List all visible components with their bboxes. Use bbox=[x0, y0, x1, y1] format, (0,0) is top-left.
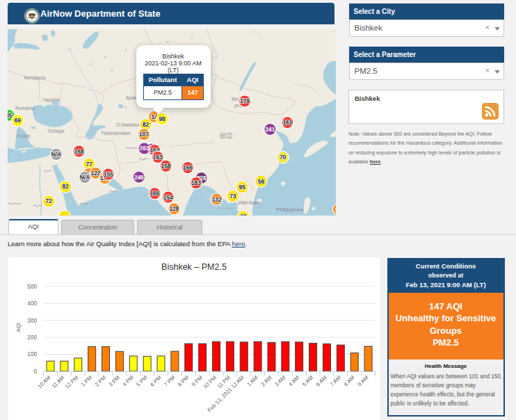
svg-text:2 PM: 2 PM bbox=[94, 374, 107, 387]
svg-text:7 AM: 7 AM bbox=[329, 374, 342, 387]
svg-text:3 PM: 3 PM bbox=[108, 374, 121, 387]
svg-text:161: 161 bbox=[282, 119, 292, 126]
svg-text:300: 300 bbox=[27, 317, 37, 323]
svg-text:1 AM: 1 AM bbox=[246, 374, 259, 387]
svg-text:400: 400 bbox=[27, 300, 37, 307]
svg-text:Україна: Україна bbox=[42, 97, 60, 103]
svg-text:3 AM: 3 AM bbox=[273, 374, 287, 387]
svg-text:Việt Nam: Việt Nam bbox=[238, 200, 261, 206]
svg-text:82: 82 bbox=[62, 183, 69, 190]
svg-text:Romania: Romania bbox=[15, 106, 35, 111]
svg-text:200: 200 bbox=[27, 334, 37, 340]
svg-text:163: 163 bbox=[153, 154, 163, 161]
svg-text:Oʼzbekiston: Oʼzbekiston bbox=[116, 122, 142, 127]
svg-text:1 PM: 1 PM bbox=[80, 374, 93, 387]
svg-text:73: 73 bbox=[229, 193, 236, 200]
svg-text:98: 98 bbox=[159, 115, 166, 122]
svg-text:10 PM: 10 PM bbox=[202, 374, 218, 389]
svg-text:241: 241 bbox=[265, 126, 275, 133]
svg-text:107: 107 bbox=[139, 131, 149, 138]
svg-text:69: 69 bbox=[240, 213, 247, 216]
svg-text:0: 0 bbox=[33, 368, 37, 374]
svg-text:AQI: AQI bbox=[15, 323, 22, 332]
svg-text:6 PM: 6 PM bbox=[149, 374, 162, 387]
svg-text:179: 179 bbox=[240, 97, 250, 104]
svg-text:69: 69 bbox=[15, 117, 22, 124]
svg-text:7 PM: 7 PM bbox=[163, 374, 176, 387]
svg-text:168: 168 bbox=[74, 148, 84, 155]
svg-text:183: 183 bbox=[191, 179, 201, 186]
svg-text:12 PM: 12 PM bbox=[64, 374, 79, 389]
svg-text:500: 500 bbox=[27, 283, 37, 289]
svg-text:77: 77 bbox=[86, 161, 92, 168]
svg-text:5 PM: 5 PM bbox=[135, 374, 148, 387]
svg-text:246: 246 bbox=[134, 174, 144, 181]
svg-text:Türkiye: Türkiye bbox=[47, 128, 65, 134]
svg-text:11 AM: 11 AM bbox=[51, 374, 66, 389]
svg-text:2 AM: 2 AM bbox=[259, 374, 273, 387]
svg-text:154: 154 bbox=[163, 194, 173, 201]
svg-text:6 AM: 6 AM bbox=[315, 374, 328, 387]
svg-text:N/A: N/A bbox=[51, 151, 61, 158]
svg-text:158: 158 bbox=[161, 163, 171, 170]
svg-text:Philippines: Philippines bbox=[276, 207, 303, 213]
svg-text:132: 132 bbox=[212, 196, 222, 203]
svg-text:56: 56 bbox=[258, 178, 265, 185]
svg-text:263: 263 bbox=[140, 145, 150, 152]
svg-text:166: 166 bbox=[150, 190, 159, 197]
svg-text:128: 128 bbox=[169, 205, 179, 212]
svg-text:Беларусь: Беларусь bbox=[24, 75, 46, 81]
svg-text:4 AM: 4 AM bbox=[287, 374, 300, 387]
svg-text:4 PM: 4 PM bbox=[121, 374, 134, 387]
svg-text:95: 95 bbox=[239, 184, 245, 191]
svg-text:Ελλάς: Ελλάς bbox=[17, 134, 31, 139]
svg-text:155: 155 bbox=[104, 171, 113, 178]
svg-text:35: 35 bbox=[8, 112, 12, 119]
svg-text:82: 82 bbox=[143, 121, 150, 128]
svg-text:166: 166 bbox=[183, 164, 193, 171]
svg-text:12: 12 bbox=[335, 206, 336, 213]
svg-text:72: 72 bbox=[45, 197, 52, 204]
svg-text:8 PM: 8 PM bbox=[177, 374, 190, 387]
svg-text:Türkmenistan: Türkmenistan bbox=[101, 131, 131, 136]
svg-text:100: 100 bbox=[27, 351, 37, 357]
svg-text:9 AM: 9 AM bbox=[356, 374, 369, 387]
svg-text:70: 70 bbox=[280, 154, 287, 161]
svg-text:5 AM: 5 AM bbox=[301, 374, 314, 387]
svg-text:8 AM: 8 AM bbox=[343, 374, 356, 387]
svg-text:N/A: N/A bbox=[80, 174, 90, 181]
svg-text:10 AM: 10 AM bbox=[36, 374, 51, 389]
